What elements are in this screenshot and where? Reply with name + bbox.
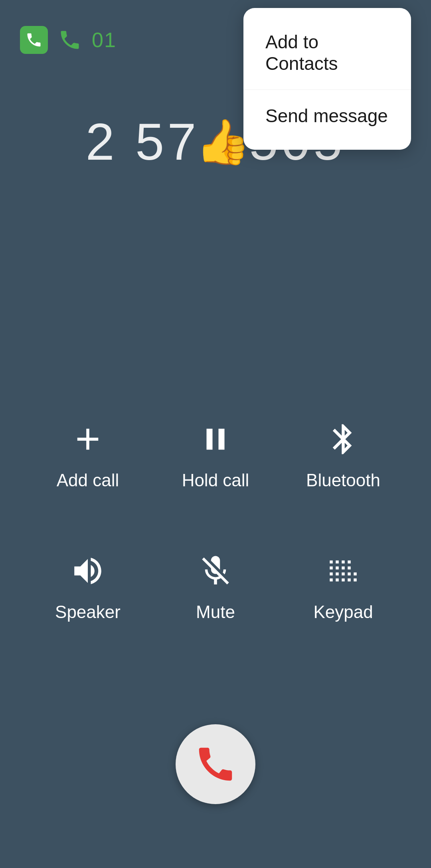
speaker-label: Speaker	[55, 602, 121, 622]
keypad-label: Keypad	[313, 602, 373, 622]
end-call-area	[176, 724, 255, 804]
hold-call-label: Hold call	[182, 470, 249, 490]
speaker-icon	[68, 551, 108, 591]
end-call-icon	[194, 742, 237, 786]
bluetooth-label: Bluetooth	[306, 470, 380, 490]
status-bar-left: 01	[20, 26, 117, 54]
call-status-icon	[56, 26, 84, 54]
controls-row-2: Speaker Mute Keypad	[0, 551, 431, 622]
call-timer: 01	[92, 28, 117, 52]
mute-label: Mute	[196, 602, 235, 622]
bluetooth-icon	[323, 419, 363, 459]
speaker-button[interactable]: Speaker	[44, 551, 132, 622]
add-call-button[interactable]: Add call	[44, 419, 132, 490]
add-to-contacts-item[interactable]: Add to Contacts	[243, 16, 411, 90]
mute-icon	[196, 551, 235, 591]
controls-row-1: Add call Hold call Bluetooth	[0, 419, 431, 490]
keypad-icon	[323, 551, 363, 591]
phone-number-part1: 2 57	[86, 112, 200, 172]
send-message-item[interactable]: Send message	[243, 90, 411, 142]
keypad-button[interactable]: Keypad	[299, 551, 387, 622]
context-menu: Add to Contacts Send message	[243, 8, 411, 150]
bluetooth-button[interactable]: Bluetooth	[299, 419, 387, 490]
plus-icon	[68, 419, 108, 459]
add-call-label: Add call	[57, 470, 119, 490]
mute-button[interactable]: Mute	[172, 551, 259, 622]
hold-call-button[interactable]: Hold call	[172, 419, 259, 490]
pause-icon	[196, 419, 235, 459]
whatsapp-icon	[20, 26, 48, 54]
end-call-button[interactable]	[176, 724, 255, 804]
